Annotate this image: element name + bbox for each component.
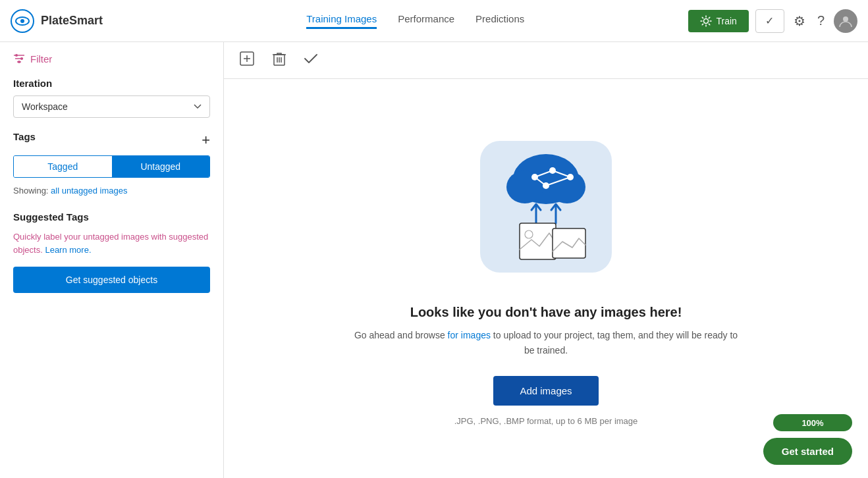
empty-illustration — [474, 131, 618, 289]
check-toolbar-button[interactable] — [299, 51, 323, 70]
svg-point-3 — [704, 18, 709, 23]
suggested-untagged: untagged images — [83, 232, 149, 242]
tags-header: Tags + — [13, 131, 210, 149]
tab-training-images[interactable]: Training Images — [306, 13, 377, 29]
nav-tabs: Training Images Performance Predictions — [153, 13, 678, 29]
iteration-select[interactable]: Workspace — [13, 95, 210, 118]
sidebar: Filter Iteration Workspace Tags + Tagged… — [0, 42, 224, 478]
add-tag-button[interactable]: + — [202, 133, 210, 147]
help-button[interactable]: ? — [815, 11, 827, 31]
filter-label: Filter — [30, 53, 52, 65]
showing-prefix: Showing: — [13, 186, 48, 196]
header: PlateSmart Training Images Performance P… — [0, 0, 868, 42]
delete-toolbar-button[interactable] — [267, 49, 291, 72]
empty-desc-link[interactable]: for images — [448, 330, 491, 340]
learn-more-link[interactable]: Learn more. — [45, 245, 91, 255]
svg-rect-33 — [520, 223, 556, 259]
settings-button[interactable]: ⚙ — [791, 11, 808, 32]
avatar[interactable] — [834, 9, 857, 33]
suggested-desc: Quickly label your untagged images with … — [13, 230, 210, 256]
toolbar — [224, 42, 868, 79]
logo-icon — [11, 9, 34, 33]
tab-predictions[interactable]: Predictions — [475, 13, 524, 29]
bottom-right: 100% Get started — [763, 414, 852, 465]
suggested-tags-title: Suggested Tags — [13, 211, 210, 223]
svg-point-9 — [20, 57, 23, 60]
iteration-label: Iteration — [13, 78, 210, 89]
settings-icon: ⚙ — [794, 14, 805, 28]
get-started-button[interactable]: Get started — [763, 438, 852, 465]
tagged-button[interactable]: Tagged — [14, 156, 112, 177]
format-text: .JPG, .PNG, .BMP format, up to 6 MB per … — [454, 416, 638, 426]
showing-highlight: all untagged images — [51, 186, 127, 196]
untagged-button[interactable]: Untagged — [112, 156, 210, 177]
add-image-toolbar-button[interactable] — [234, 49, 259, 72]
suggested-desc-prefix: Quickly label your — [13, 232, 83, 242]
help-icon: ? — [817, 13, 825, 28]
svg-point-10 — [18, 61, 20, 63]
get-suggested-objects-button[interactable]: Get suggested objects — [13, 267, 210, 293]
tag-toggle: Tagged Untagged — [13, 155, 210, 178]
check-icon: ✓ — [765, 14, 774, 27]
progress-bar: 100% — [773, 414, 852, 431]
add-image-icon — [240, 51, 254, 66]
avatar-icon — [838, 14, 853, 28]
delete-icon — [273, 51, 286, 66]
svg-point-4 — [843, 16, 848, 22]
content-area: Looks like you don't have any images her… — [224, 42, 868, 478]
tags-label: Tags — [13, 131, 36, 142]
train-gear-icon — [700, 15, 712, 27]
empty-desc: Go ahead and browse for images to upload… — [348, 328, 744, 358]
svg-point-8 — [15, 54, 18, 57]
app-title: PlateSmart — [41, 14, 103, 28]
tab-performance[interactable]: Performance — [398, 13, 454, 29]
main-layout: Filter Iteration Workspace Tags + Tagged… — [0, 42, 868, 478]
train-button-label: Train — [716, 16, 736, 26]
train-button[interactable]: Train — [688, 10, 748, 32]
progress-value: 100% — [801, 418, 823, 428]
filter-icon — [13, 53, 25, 65]
empty-desc-suffix: to upload to your project, tag them, and… — [491, 330, 738, 355]
checkmark-icon — [304, 53, 317, 64]
header-actions: Train ✓ ⚙ ? — [688, 9, 857, 33]
logo-area: PlateSmart — [11, 9, 142, 33]
add-images-button[interactable]: Add images — [493, 376, 598, 406]
filter-row[interactable]: Filter — [13, 53, 210, 65]
check-button[interactable]: ✓ — [755, 9, 784, 33]
empty-desc-prefix: Go ahead and browse — [354, 330, 448, 340]
svg-rect-35 — [553, 228, 585, 258]
svg-point-2 — [20, 19, 24, 23]
showing-text: Showing: all untagged images — [13, 186, 210, 196]
empty-title: Looks like you don't have any images her… — [410, 305, 682, 320]
